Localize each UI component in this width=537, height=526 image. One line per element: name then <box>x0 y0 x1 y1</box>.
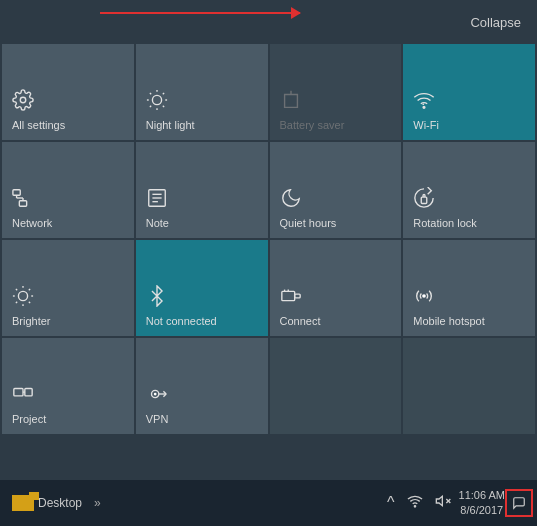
bluetooth-icon <box>146 285 258 311</box>
tile-empty-1 <box>270 338 402 434</box>
tile-network[interactable]: Network <box>2 142 134 238</box>
tile-connect[interactable]: Connect <box>270 240 402 336</box>
tile-label: Mobile hotspot <box>413 315 525 328</box>
tile-label: Battery saver <box>280 119 392 132</box>
svg-line-8 <box>150 106 151 107</box>
note-icon <box>146 187 258 213</box>
svg-line-29 <box>16 302 17 303</box>
time-date-display[interactable]: 11:06 AM 8/6/2017 <box>459 488 505 519</box>
tile-label: Brighter <box>12 315 124 328</box>
svg-rect-32 <box>294 294 300 298</box>
tile-label: Not connected <box>146 315 258 328</box>
arrow-decoration <box>100 12 300 14</box>
svg-point-22 <box>18 291 27 300</box>
notification-panel: Collapse All settings <box>0 0 537 434</box>
tile-bluetooth[interactable]: Not connected <box>136 240 268 336</box>
svg-point-11 <box>423 106 425 108</box>
taskbar: Desktop » ^ <box>0 480 537 526</box>
action-center-button[interactable] <box>505 489 533 517</box>
svg-point-35 <box>422 294 426 298</box>
svg-point-40 <box>154 392 157 395</box>
mobile-hotspot-icon <box>413 285 525 311</box>
svg-point-1 <box>152 95 161 104</box>
tile-empty-2 <box>403 338 535 434</box>
chevron-button[interactable]: » <box>90 494 105 512</box>
collapse-button[interactable]: Collapse <box>470 15 521 30</box>
svg-line-9 <box>163 93 164 94</box>
time-text: 11:06 AM <box>459 488 505 503</box>
svg-line-30 <box>29 289 30 290</box>
top-bar: Collapse <box>0 0 537 44</box>
tile-label: Note <box>146 217 258 230</box>
tile-label: All settings <box>12 119 124 132</box>
taskbar-wifi-icon[interactable] <box>407 493 423 513</box>
svg-point-44 <box>414 506 415 507</box>
tile-rotation-lock[interactable]: Rotation lock <box>403 142 535 238</box>
tile-wifi[interactable]: Wi-Fi <box>403 44 535 140</box>
svg-rect-31 <box>281 291 294 300</box>
svg-marker-45 <box>436 496 442 505</box>
quick-actions-grid: All settings Night light <box>0 44 537 434</box>
tile-vpn[interactable]: VPN <box>136 338 268 434</box>
date-text: 8/6/2017 <box>459 503 505 518</box>
desktop-button[interactable]: Desktop <box>4 491 90 515</box>
svg-line-5 <box>163 106 164 107</box>
vpn-icon <box>146 383 258 409</box>
svg-point-0 <box>20 97 26 103</box>
tile-label: Night light <box>146 119 258 132</box>
tile-quiet-hours[interactable]: Quiet hours <box>270 142 402 238</box>
tile-night-light[interactable]: Night light <box>136 44 268 140</box>
connect-icon <box>280 285 392 311</box>
quiet-hours-icon <box>280 187 392 213</box>
taskbar-left: Desktop » <box>4 491 379 515</box>
svg-line-26 <box>29 302 30 303</box>
svg-line-25 <box>16 289 17 290</box>
wifi-icon <box>413 89 525 115</box>
tile-label: Wi-Fi <box>413 119 525 132</box>
project-icon <box>12 383 124 409</box>
tile-brighter[interactable]: Brighter <box>2 240 134 336</box>
taskbar-expand-icon[interactable]: ^ <box>387 494 395 512</box>
tile-label: Network <box>12 217 124 230</box>
arrow-line <box>100 12 300 14</box>
tile-battery-saver[interactable]: Battery saver <box>270 44 402 140</box>
tile-label: Quiet hours <box>280 217 392 230</box>
network-icon <box>12 187 124 213</box>
tile-label: Rotation lock <box>413 217 525 230</box>
tile-note[interactable]: Note <box>136 142 268 238</box>
tile-mobile-hotspot[interactable]: Mobile hotspot <box>403 240 535 336</box>
tile-label: VPN <box>146 413 258 426</box>
desktop-label: Desktop <box>38 496 82 510</box>
svg-rect-21 <box>422 197 428 203</box>
taskbar-center: ^ <box>387 493 451 513</box>
svg-line-4 <box>150 93 151 94</box>
tile-label: Project <box>12 413 124 426</box>
brighter-icon <box>12 285 124 311</box>
svg-rect-37 <box>25 388 32 395</box>
svg-rect-12 <box>13 190 20 196</box>
rotation-lock-icon <box>413 187 525 213</box>
svg-rect-13 <box>19 201 26 207</box>
battery-icon <box>280 89 392 115</box>
tile-label: Connect <box>280 315 392 328</box>
settings-icon <box>12 89 124 115</box>
desktop-icon <box>12 495 34 511</box>
svg-rect-36 <box>14 388 23 395</box>
tile-all-settings[interactable]: All settings <box>2 44 134 140</box>
night-light-icon <box>146 89 258 115</box>
tile-project[interactable]: Project <box>2 338 134 434</box>
taskbar-volume-icon[interactable] <box>435 493 451 513</box>
